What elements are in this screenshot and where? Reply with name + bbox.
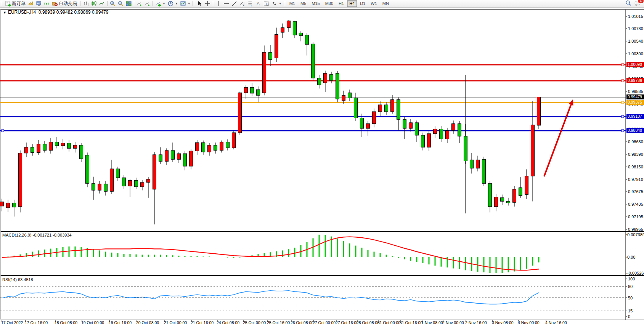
candlestick-chart-button[interactable] <box>90 0 98 7</box>
candle-body <box>513 189 516 202</box>
timeframe-h4-button[interactable]: H4 <box>347 0 357 7</box>
search-icon[interactable] <box>625 0 631 7</box>
price-axis-label: 0.97195 <box>628 214 643 219</box>
candle-body <box>318 78 321 85</box>
candle-body <box>232 133 236 148</box>
macd-axis-label: 0.007389 <box>627 232 644 237</box>
timeframe-m5-button[interactable]: M5 <box>298 0 308 7</box>
macd-pane-splitter[interactable] <box>0 231 644 232</box>
svg-text:E: E <box>243 4 244 6</box>
periods-button[interactable]: ▼ <box>167 0 179 7</box>
hline-anchor-marker[interactable] <box>622 80 624 82</box>
price-axis-label: 0.98390 <box>628 152 643 157</box>
timeframe-m30-button[interactable]: M30 <box>323 0 336 7</box>
time-axis-label: 17 Oct 2022 <box>1 320 23 325</box>
indicators-button[interactable]: ▼ <box>154 0 167 7</box>
candle-body <box>525 176 528 194</box>
crosshair-button[interactable] <box>204 0 212 7</box>
vertical-line-tool-button[interactable] <box>214 0 222 7</box>
candle-body <box>37 144 40 152</box>
time-axis-label: 31 Oct 00:00 <box>377 320 400 325</box>
equidistant-channel-icon: E <box>239 1 245 6</box>
signals-button[interactable] <box>43 0 51 7</box>
hline-anchor-marker[interactable] <box>622 64 624 66</box>
rsi-pane-splitter[interactable] <box>0 275 644 276</box>
trendline-tool-button[interactable] <box>230 0 238 7</box>
market-watch-button[interactable] <box>35 0 43 7</box>
equidistant-channel-tool-button[interactable]: E <box>238 0 246 7</box>
timeframe-mn-button[interactable]: MN <box>380 0 391 7</box>
candle-body <box>269 52 272 59</box>
candle-body <box>226 142 230 148</box>
cursor-button[interactable] <box>196 0 204 7</box>
tile-windows-button[interactable] <box>125 0 133 7</box>
trend-arrow-line[interactable] <box>544 105 571 176</box>
macd-axis-label: 0.00 <box>627 255 635 259</box>
chart-area[interactable]: ▼EURUSD-,H4 0.98939 0.99482 0.98869 0.99… <box>0 7 644 328</box>
text-tool-button[interactable]: A <box>254 0 262 7</box>
autotrading-label: 自动交易 <box>59 0 77 7</box>
chart-canvas[interactable] <box>0 7 644 328</box>
time-axis-label: 25 Oct 16:00 <box>267 320 290 325</box>
new-order-button[interactable]: 新订单 <box>4 0 27 7</box>
timeframe-m15-button[interactable]: M15 <box>309 0 322 7</box>
candle-body <box>299 33 303 35</box>
timeframe-m1-button[interactable]: M1 <box>287 0 297 7</box>
text-label-tool-button[interactable]: T <box>262 0 270 7</box>
timeframe-d1-button[interactable]: D1 <box>358 0 368 7</box>
templates-button[interactable]: ▼ <box>179 0 192 7</box>
toolbar-grip[interactable] <box>284 1 286 6</box>
rsi-axis-label: 50 <box>628 296 633 300</box>
hline-anchor-marker[interactable] <box>2 130 4 132</box>
arrows-tool-button[interactable]: ▼ <box>270 0 283 7</box>
autotrading-button[interactable]: 自动交易 <box>51 0 78 7</box>
hline-anchor-marker[interactable] <box>622 101 624 104</box>
hline-anchor-marker[interactable] <box>622 115 624 118</box>
candle-body <box>6 203 10 208</box>
bar-chart-button[interactable] <box>82 0 90 7</box>
auto-scroll-icon <box>137 1 142 6</box>
rsi-layer <box>0 286 626 311</box>
zoom-out-button[interactable] <box>117 0 125 7</box>
candlestick-chart-icon <box>91 1 97 6</box>
horizontal-line-tool-button[interactable] <box>222 0 230 7</box>
fibonacci-tool-button[interactable]: F <box>246 0 254 7</box>
zoom-in-button[interactable] <box>109 0 117 7</box>
toolbar-grip[interactable] <box>79 1 81 6</box>
chart-symbol-period: EURUSD-,H4 <box>8 10 36 15</box>
candle-body <box>159 155 162 162</box>
hline-anchor-marker[interactable] <box>622 130 624 132</box>
time-axis-label: 18 Oct 08:00 <box>55 320 77 325</box>
quotes-button[interactable] <box>27 0 35 7</box>
autotrading-icon <box>52 1 58 6</box>
templates-icon <box>180 1 186 6</box>
time-axis-label: 24 Oct 08:00 <box>217 320 239 325</box>
candle-body <box>415 123 419 135</box>
candle-body <box>531 125 535 176</box>
time-axis-label: 21 Oct 00:00 <box>164 320 187 325</box>
line-chart-button[interactable] <box>98 0 106 7</box>
toolbar-grip[interactable] <box>1 1 3 6</box>
vertical-line-icon <box>215 1 221 6</box>
toolbar-grip[interactable] <box>193 1 195 6</box>
candle-body <box>49 142 53 150</box>
candle-body <box>196 142 199 151</box>
chart-shift-button[interactable] <box>143 0 151 7</box>
time-axis-label: 3 Nov 08:00 <box>492 320 514 325</box>
indicators-caret-icon: ▼ <box>162 2 165 5</box>
timeframe-w1-button[interactable]: W1 <box>368 0 379 7</box>
chat-button[interactable]: 1 <box>634 0 641 7</box>
auto-scroll-button[interactable] <box>135 0 143 7</box>
candle-body <box>61 143 65 146</box>
horizontal-line-icon <box>223 1 229 6</box>
candles-layer <box>0 20 541 224</box>
rsi-axis-label: 15 <box>628 309 633 313</box>
candle-body <box>74 145 77 148</box>
chart-menu-icon[interactable]: ▼ <box>3 11 6 14</box>
time-axis-label: 25 Oct 00:00 <box>243 320 266 325</box>
candle-body <box>366 124 370 128</box>
timeframe-h1-button[interactable]: H1 <box>336 0 346 7</box>
candle-body <box>507 202 510 203</box>
timeframe-bar: M1M5M15M30H1H4D1W1MN <box>287 0 392 7</box>
time-axis-label: 2 Nov 16:00 <box>465 320 487 325</box>
